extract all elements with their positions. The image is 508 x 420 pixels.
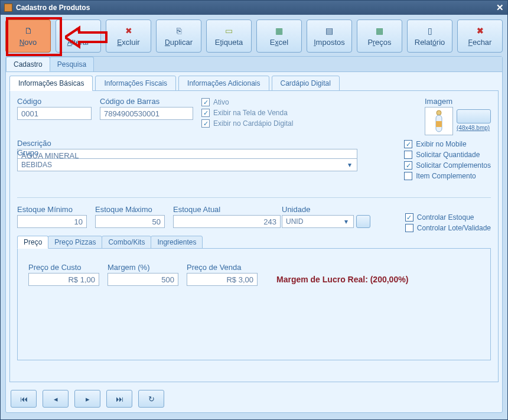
image-area: Imagem (48x48.bmp) [425,97,491,135]
chk-controlar-estoque[interactable]: Controlar Estoque [405,213,491,222]
price-body: Preço de Custo Margem (%) Preço de Venda… [17,248,491,360]
edit-icon: ✎ [74,26,83,35]
image-browse-button[interactable] [457,109,491,123]
close-icon: ✖ [476,26,485,35]
image-thumbnail[interactable] [425,107,453,135]
margem-real-label: Margem de Lucro Real: (200,00%) [276,275,408,286]
toolbar: 🗋 Novo document.currentScript.previousEl… [1,15,507,56]
inner-tabstrip: Informações Básicas Informações Fiscais … [9,76,499,91]
title-bar: Cadastro de Produtos ✕ [1,1,507,15]
nav-next-button[interactable]: ▸ [74,390,100,408]
unidade-button[interactable] [356,215,370,228]
duplicate-icon: ⎘ [174,26,184,35]
grupo-select[interactable]: BEBIDAS▾ [17,158,357,171]
chevron-down-icon: ▾ [341,217,351,226]
label-icon: ▭ [224,26,234,35]
margem-input[interactable] [108,273,178,286]
nav-first-button[interactable]: ⏮ [11,390,37,408]
nav-prev-button[interactable]: ◂ [43,390,69,408]
chk-solicitar-qtd[interactable]: Solicitar Quantidade [404,151,491,159]
codbarras-label: Código de Barras [100,97,193,106]
image-filename: (48x48.bmp) [457,125,491,131]
tab-ingredientes[interactable]: Ingredientes [151,236,203,249]
display-checks: Ativo Exibir na Tela de Venda Exibir no … [201,98,293,135]
imagem-label: Imagem [425,97,491,106]
excluir-button[interactable]: ✖ Excluir [106,19,151,53]
relatorio-button[interactable]: ▯ Relatório [407,19,452,53]
tab-combo-kits[interactable]: Combo/Kits [102,236,151,249]
tab-cardapio-digital[interactable]: Cardápio Digital [272,76,340,91]
grupo-label: Grupo [17,148,357,157]
preco-custo-input[interactable] [28,273,99,286]
chk-exibir-mobile[interactable]: Exibir no Mobile [404,140,491,148]
record-nav: ⏮ ◂ ▸ ⏭ ↻ [11,390,164,408]
preco-venda-label: Preço de Venda [187,263,258,272]
tab-info-adicionais[interactable]: Informações Adicionais [178,76,269,91]
descricao-label: Descrição [17,139,357,148]
tax-icon: ▤ [325,26,334,35]
precos-button[interactable]: ▦ Preços [357,19,402,53]
prices-icon: ▦ [375,26,385,35]
chk-exibir-cardapio[interactable]: Exibir no Cardápio Digital [201,119,293,128]
codigo-label: Código [17,97,92,106]
tab-info-basicas[interactable]: Informações Básicas [9,76,93,91]
margem-label: Margem (%) [108,263,178,272]
nav-refresh-button[interactable]: ↻ [138,390,164,408]
outer-tab-body: Informações Básicas Informações Fiscais … [6,72,502,412]
unidade-select[interactable]: UNID▾ [282,215,354,228]
estoque-max-label: Estoque Máximo [95,205,165,214]
outer-tabstrip: Cadastro Pesquisa [6,57,502,72]
tab-pesquisa[interactable]: Pesquisa [50,57,94,71]
svg-point-1 [437,110,441,115]
estoque-atual-input[interactable] [173,215,281,228]
chk-item-comp[interactable]: Item Complemento [404,172,491,180]
outer-tab-container: Cadastro Pesquisa Informações Básicas In… [5,56,503,413]
estoque-max-input[interactable] [95,215,165,228]
tab-preco[interactable]: Preço [17,236,48,249]
nav-last-button[interactable]: ⏭ [106,390,132,408]
app-icon [4,4,12,12]
excel-button[interactable]: ▦ Excel [256,19,302,53]
window-close-icon[interactable]: ✕ [496,2,504,13]
svg-rect-3 [436,121,442,127]
price-tabstrip: Preço Preço Pizzas Combo/Kits Ingredient… [17,236,491,249]
unidade-label: Unidade [282,205,370,214]
delete-icon: ✖ [124,26,133,35]
chk-ativo[interactable]: Ativo [201,98,293,106]
duplicar-button[interactable]: ⎘ Duplicar [156,19,201,53]
excel-icon: ▦ [275,26,284,35]
codigo-input[interactable] [17,107,92,120]
preco-custo-label: Preço de Custo [28,263,99,272]
estoque-atual-label: Estoque Atual [173,205,256,214]
chk-solicitar-comp[interactable]: Solicitar Complementos [404,161,491,170]
alterar-button[interactable]: ✎ Alterar [56,19,101,53]
estoque-min-label: Estoque Mínimo [17,205,87,214]
inner-tab-body: Código Código de Barras Ativo Exibir na … [9,90,499,382]
tab-cadastro[interactable]: Cadastro [6,57,50,71]
chevron-down-icon: ▾ [345,161,354,169]
fechar-button[interactable]: ✖ Fechar [457,19,503,53]
novo-button[interactable]: 🗋 Novo document.currentScript.previousEl… [5,19,51,53]
chk-exibir-tela[interactable]: Exibir na Tela de Venda [201,109,293,117]
report-icon: ▯ [425,26,435,35]
etiqueta-button[interactable]: ▭ Etiqueta [206,19,252,53]
estoque-min-input[interactable] [17,215,87,228]
window: Cadastro de Produtos ✕ 🗋 Novo document.c… [0,0,508,420]
preco-venda-input[interactable] [187,273,258,286]
impostos-button[interactable]: ▤ Impostos [307,19,352,53]
codbarras-input[interactable] [100,107,193,120]
window-title: Cadastro de Produtos [16,4,90,12]
tab-preco-pizzas[interactable]: Preço Pizzas [48,236,102,249]
chk-controlar-lote[interactable]: Controlar Lote/Validade [405,224,491,232]
new-file-icon: 🗋 [24,26,33,35]
tab-info-fiscais[interactable]: Informações Fiscais [95,76,176,91]
